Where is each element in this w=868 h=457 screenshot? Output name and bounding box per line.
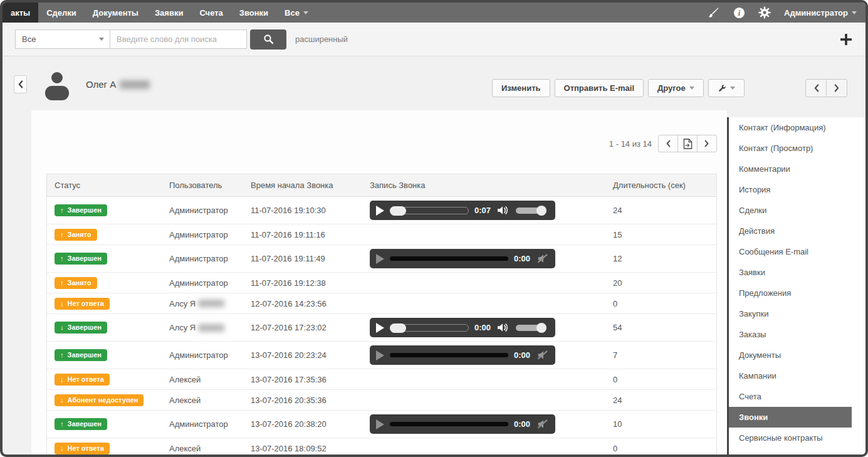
page-next-button[interactable] bbox=[697, 135, 717, 152]
sidebar-item-label: Комментарии bbox=[739, 164, 790, 174]
duration-cell: 15 bbox=[605, 230, 716, 239]
status-badge-label: Завершен bbox=[68, 255, 102, 262]
brush-icon[interactable] bbox=[708, 6, 720, 19]
call-row[interactable]: ↓ Нет ответа Алсу Я 12-07-2016 14:23:56 … bbox=[47, 293, 716, 314]
sidebar-item[interactable]: Документы bbox=[729, 345, 852, 365]
sidebar-item-label: История bbox=[739, 185, 770, 194]
search-scope-select[interactable]: Все bbox=[15, 29, 110, 49]
previous-record-button[interactable] bbox=[805, 79, 827, 97]
volume-knob[interactable] bbox=[536, 323, 546, 333]
play-icon[interactable] bbox=[376, 206, 384, 216]
sidebar-item[interactable]: Комментарии bbox=[729, 159, 852, 179]
user-cell: Администратор bbox=[162, 419, 243, 429]
add-record-button[interactable] bbox=[839, 33, 853, 46]
call-row[interactable]: ↓ Абонент недоступен Алексей 13-07-2016 … bbox=[47, 390, 716, 411]
call-row[interactable]: ↑ Завершен Администратор 11-07-2016 19:1… bbox=[47, 197, 716, 224]
sidebar-item[interactable]: Счета bbox=[729, 386, 852, 407]
sidebar-item[interactable]: Сервисные контракты bbox=[729, 428, 852, 448]
status-badge: ↑ Занято bbox=[55, 277, 97, 289]
seek-bar[interactable] bbox=[390, 324, 469, 332]
more-button[interactable]: Другое bbox=[648, 79, 704, 97]
sidebar-item[interactable]: Сделки bbox=[729, 200, 852, 221]
play-icon[interactable] bbox=[376, 254, 384, 264]
record-title: Олег А bbox=[86, 79, 150, 90]
nav-tab[interactable]: Звонки bbox=[231, 3, 276, 23]
seek-bar[interactable] bbox=[390, 207, 469, 214]
volume-knob[interactable] bbox=[536, 206, 546, 216]
start-time-cell: 12-07-2016 14:23:56 bbox=[243, 299, 362, 308]
user-menu[interactable]: Администратор bbox=[784, 8, 857, 18]
nav-tab[interactable]: акты bbox=[3, 3, 38, 23]
chevron-down-icon bbox=[689, 87, 694, 90]
advanced-search-link[interactable]: расширенный bbox=[295, 34, 348, 44]
status-badge: ↓ Нет ответа bbox=[55, 374, 110, 386]
page-jump-button[interactable] bbox=[677, 135, 698, 152]
list-pagination: 1 - 14 из 14 bbox=[609, 135, 717, 152]
play-icon[interactable] bbox=[376, 419, 384, 429]
nav-tab[interactable]: Документы bbox=[85, 3, 147, 23]
sidebar-item[interactable]: Закупки bbox=[729, 303, 852, 324]
page-previous-button[interactable] bbox=[658, 135, 678, 152]
related-tabs-sidebar: Контакт (Информация) Контакт (Просмотр) … bbox=[727, 117, 865, 454]
sidebar-item[interactable]: Кампании bbox=[729, 365, 852, 386]
audio-player-disabled: 0:00 bbox=[370, 249, 555, 268]
call-row[interactable]: ↑ Занято Администратор 11-07-2016 19:12:… bbox=[47, 273, 716, 293]
search-button[interactable] bbox=[250, 29, 286, 50]
sidebar-item[interactable]: Контакт (Просмотр) bbox=[729, 138, 852, 159]
svg-text:i: i bbox=[738, 8, 741, 17]
search-input[interactable] bbox=[110, 29, 247, 49]
call-row[interactable]: ↑ Завершен Администратор 13-07-2016 20:2… bbox=[47, 342, 716, 369]
speaker-icon[interactable] bbox=[496, 322, 510, 333]
seek-knob[interactable] bbox=[390, 206, 406, 216]
plus-icon bbox=[839, 33, 853, 46]
call-row[interactable]: ↑ Занято Администратор 11-07-2016 19:11:… bbox=[47, 224, 716, 245]
sidebar-item[interactable]: Звонки bbox=[729, 407, 852, 428]
speaker-muted-icon[interactable] bbox=[536, 253, 549, 264]
start-time-cell: 13-07-2016 18:09:52 bbox=[243, 444, 362, 453]
speaker-muted-icon[interactable] bbox=[536, 419, 549, 429]
speaker-icon[interactable] bbox=[496, 205, 510, 216]
user-cell: Алексей bbox=[162, 375, 243, 384]
sidebar-item[interactable]: Заказы bbox=[729, 324, 852, 345]
tools-button[interactable] bbox=[708, 79, 745, 97]
edit-button[interactable]: Изменить bbox=[492, 79, 550, 97]
play-icon[interactable] bbox=[376, 350, 384, 360]
user-name: Администратор bbox=[169, 419, 228, 429]
speaker-muted-icon[interactable] bbox=[536, 350, 549, 360]
call-row[interactable]: ↑ Завершен Администратор 13-07-2016 20:3… bbox=[47, 411, 716, 438]
info-icon[interactable]: i bbox=[733, 7, 745, 19]
nav-tab[interactable]: Все bbox=[276, 3, 316, 23]
nav-tab[interactable]: Заявки bbox=[147, 3, 191, 23]
user-cell: Алексей bbox=[162, 444, 243, 453]
sidebar-item[interactable]: Заявки bbox=[729, 262, 852, 283]
nav-tab[interactable]: Счета bbox=[191, 3, 231, 23]
status-badge: ↑ Занято bbox=[55, 229, 97, 241]
sidebar-item[interactable]: Предложения bbox=[729, 283, 852, 303]
status-cell: ↑ Занято bbox=[47, 277, 162, 289]
call-row[interactable]: ↓ Нет ответа Алексей 13-07-2016 17:35:36… bbox=[47, 369, 716, 390]
nav-right-tools: i bbox=[708, 3, 865, 23]
sidebar-item[interactable]: История bbox=[729, 179, 852, 200]
volume-slider[interactable] bbox=[516, 325, 545, 331]
sidebar-item[interactable]: Сообщения E-mail bbox=[729, 241, 852, 262]
call-row[interactable]: ↑ Завершен Администратор 11-07-2016 19:1… bbox=[47, 245, 716, 273]
collapse-panel-button[interactable] bbox=[14, 75, 27, 93]
seek-knob[interactable] bbox=[390, 323, 406, 333]
play-icon[interactable] bbox=[376, 323, 384, 333]
nav-tab[interactable]: Сделки bbox=[38, 3, 85, 23]
search-icon bbox=[263, 34, 274, 45]
start-time-cell: 11-07-2016 19:12:38 bbox=[243, 278, 362, 288]
call-row[interactable]: ↓ Завершен Алсу Я 12-07-2016 17:23:02 0:… bbox=[47, 314, 716, 342]
status-badge: ↓ Завершен bbox=[55, 322, 107, 334]
recording-cell: 0:00 bbox=[362, 414, 605, 434]
send-email-button[interactable]: Отправить E-mail bbox=[555, 79, 644, 97]
sidebar-item[interactable]: Действия bbox=[729, 221, 852, 241]
volume-slider[interactable] bbox=[516, 207, 545, 214]
gear-icon[interactable] bbox=[758, 6, 771, 19]
status-cell: ↓ Завершен bbox=[47, 322, 162, 334]
duration-cell: 0 bbox=[605, 299, 716, 308]
call-row[interactable]: ↓ Нет ответа Алексей 13-07-2016 18:09:52… bbox=[47, 438, 716, 454]
call-direction-icon: ↓ bbox=[60, 376, 64, 383]
sidebar-item[interactable]: Контакт (Информация) bbox=[729, 117, 852, 138]
next-record-button[interactable] bbox=[826, 79, 847, 97]
